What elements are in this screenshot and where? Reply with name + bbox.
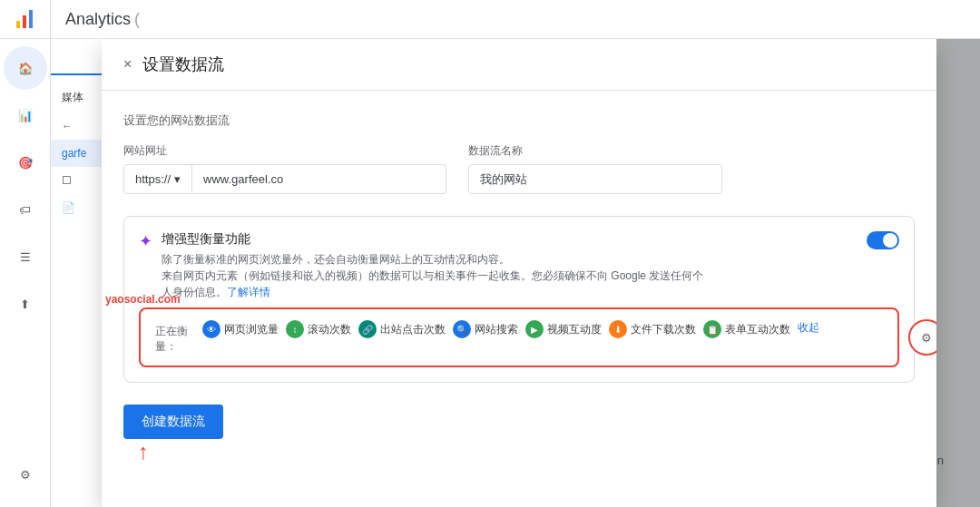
- form-icon: 📋: [703, 320, 721, 338]
- learn-more-link[interactable]: 了解详情: [227, 286, 270, 298]
- sparkle-icon: ✦: [139, 231, 152, 251]
- nav-list[interactable]: ☰: [4, 235, 47, 278]
- toggle-knob: [883, 233, 897, 248]
- sidebar-bottom: ⚙: [4, 453, 47, 507]
- nav-home[interactable]: 🏠: [4, 46, 47, 90]
- enhanced-header: ✦ 增强型衡量功能 除了衡量标准的网页浏览量外，还会自动衡量网站上的互动情况和内…: [139, 231, 899, 300]
- target-icon: 🎯: [18, 156, 33, 170]
- search-label: 网站搜索: [475, 322, 518, 337]
- analytics-logo: [15, 8, 36, 30]
- nav-tag[interactable]: 🏷: [4, 188, 47, 231]
- collapse-link[interactable]: 收起: [798, 320, 819, 338]
- measuring-label: 正在衡量：: [155, 320, 188, 355]
- name-group: 数据流名称: [468, 143, 722, 194]
- media-label: 媒体: [62, 90, 83, 105]
- red-arrow-indicator: ↑: [138, 439, 223, 464]
- logo-area: [0, 0, 51, 39]
- list-icon: ☰: [20, 250, 31, 264]
- tag-icon: 🏷: [19, 203, 31, 217]
- left-sidebar: 🏠 📊 🎯 🏷 ☰ ⬆ ⚙: [0, 0, 51, 507]
- pageview-label: 网页浏览量: [224, 322, 279, 337]
- url-group: 网站网址 https:// ▾: [123, 143, 446, 194]
- enhanced-title: 增强型衡量功能: [162, 231, 706, 248]
- top-bar: Analytics (: [51, 0, 980, 39]
- scroll-label: 滚动次数: [308, 322, 351, 337]
- dropdown-arrow-icon: ▾: [174, 172, 181, 186]
- dialog-header: × 设置数据流: [102, 39, 936, 91]
- dialog-title: 设置数据流: [142, 54, 224, 75]
- main-content: Analytics ( 管理 媒体 ← garfe ☐ 📄: [51, 0, 980, 507]
- sidebar-nav: 🏠 📊 🎯 🏷 ☰ ⬆: [4, 39, 47, 453]
- app-title-paren: (: [134, 10, 140, 29]
- download-icon: ⬇: [609, 320, 627, 338]
- outbound-icon: 🔗: [358, 320, 377, 338]
- nav-target[interactable]: 🎯: [4, 141, 47, 184]
- outbound-label: 出站点击次数: [380, 322, 446, 337]
- upload-icon: ⬆: [20, 297, 30, 311]
- content-area: 管理 媒体 ← garfe ☐ 📄: [51, 39, 980, 507]
- measure-pageview: 👁 网页浏览量: [202, 320, 279, 338]
- protocol-value: https://: [135, 172, 171, 186]
- video-label: 视频互动度: [547, 322, 602, 337]
- settings-icon: ⚙: [20, 468, 31, 482]
- dialog-body: 设置您的网站数据流 网站网址 https:// ▾: [102, 91, 936, 507]
- create-btn-wrapper: 创建数据流 ↑: [123, 405, 223, 464]
- close-button[interactable]: ×: [123, 56, 132, 73]
- measure-scroll: ↕ 滚动次数: [286, 320, 351, 338]
- search-icon: 🔍: [453, 320, 471, 338]
- download-label: 文件下载次数: [631, 322, 696, 337]
- measuring-items: 👁 网页浏览量 ↕ 滚动次数 🔗 出站点击次: [202, 320, 883, 338]
- measure-outbound: 🔗 出站点击次数: [358, 320, 446, 338]
- back-arrow-icon: ←: [62, 120, 73, 132]
- measuring-section: 正在衡量： 👁 网页浏览量 ↕ 滚动次数: [139, 307, 899, 367]
- gear-icon: ⚙: [921, 331, 932, 345]
- enhanced-toggle[interactable]: [867, 231, 899, 249]
- bar-chart-icon: 📊: [18, 109, 33, 122]
- url-input-row: https:// ▾: [123, 164, 446, 194]
- stream-name-input[interactable]: [468, 164, 722, 194]
- home-icon: 🏠: [18, 62, 33, 75]
- name-label: 数据流名称: [468, 143, 722, 159]
- create-stream-button[interactable]: 创建数据流: [123, 405, 223, 439]
- domain-input[interactable]: [192, 164, 446, 194]
- scroll-icon: ↕: [286, 320, 304, 338]
- nav-charts[interactable]: 📊: [4, 93, 47, 137]
- nav-settings[interactable]: ⚙: [4, 453, 47, 496]
- enhanced-text-block: 增强型衡量功能 除了衡量标准的网页浏览量外，还会自动衡量网站上的互动情况和内容。…: [162, 231, 706, 300]
- measure-download: ⬇ 文件下载次数: [609, 320, 696, 338]
- svg-rect-0: [16, 21, 20, 28]
- svg-rect-1: [23, 15, 26, 28]
- pageview-icon: 👁: [202, 320, 220, 338]
- doc-icon: 📄: [62, 201, 75, 214]
- measure-form: 📋 表单互动次数: [703, 320, 790, 338]
- video-icon: ▶: [525, 320, 544, 338]
- enhanced-header-left: ✦ 增强型衡量功能 除了衡量标准的网页浏览量外，还会自动衡量网站上的互动情况和内…: [139, 231, 706, 300]
- svg-rect-2: [29, 10, 33, 28]
- arrow-annotation: 创建数据流 ↑: [123, 405, 915, 464]
- measuring-container: 正在衡量： 👁 网页浏览量 ↕ 滚动次数: [139, 307, 899, 367]
- gear-button[interactable]: ⚙: [908, 319, 936, 356]
- dialog-overlay: × 设置数据流 设置您的网站数据流 网站网址 https:// ▾: [102, 39, 980, 507]
- form-label: 表单互动次数: [725, 322, 790, 337]
- measure-search: 🔍 网站搜索: [453, 320, 518, 338]
- enhanced-desc: 除了衡量标准的网页浏览量外，还会自动衡量网站上的互动情况和内容。 来自网页内元素…: [162, 251, 706, 300]
- setup-dialog: × 设置数据流 设置您的网站数据流 网站网址 https:// ▾: [102, 39, 936, 507]
- garfe-label: garfe: [62, 147, 86, 160]
- checkbox-icon: ☐: [62, 174, 72, 187]
- section-label: 设置您的网站数据流: [123, 112, 915, 129]
- enhanced-card: ✦ 增强型衡量功能 除了衡量标准的网页浏览量外，还会自动衡量网站上的互动情况和内…: [123, 216, 915, 383]
- form-row: 网站网址 https:// ▾ 数据流名称: [123, 143, 915, 194]
- protocol-select[interactable]: https:// ▾: [123, 164, 192, 194]
- app-title: Analytics: [65, 10, 131, 29]
- measure-video: ▶ 视频互动度: [525, 320, 602, 338]
- nav-upload[interactable]: ⬆: [4, 282, 47, 326]
- url-label: 网站网址: [123, 143, 446, 159]
